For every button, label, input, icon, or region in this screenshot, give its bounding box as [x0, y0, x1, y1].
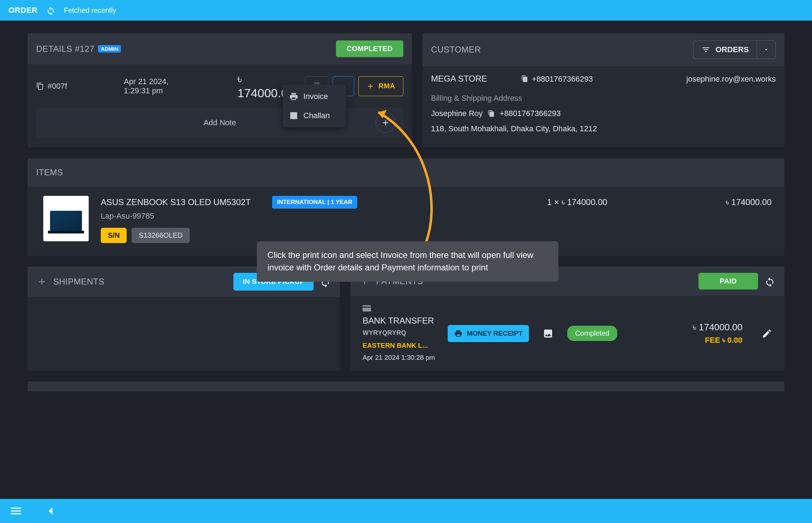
sn-label-chip[interactable]: S/N — [101, 228, 127, 243]
plus-icon — [381, 118, 390, 127]
payment-method: BANK TRANSFER — [363, 316, 435, 326]
customer-email[interactable]: josephine.roy@xen.works — [686, 73, 776, 85]
filter-icon — [701, 45, 711, 54]
back-icon[interactable] — [44, 504, 57, 518]
address-label: Billing & Shipping Address — [431, 92, 776, 104]
menu-item-challan-label: Challan — [303, 111, 330, 120]
bottom-bar — [0, 499, 812, 523]
payment-timestamp: Apr 21 2024 1:30:28 pm — [363, 354, 435, 362]
copy-icon[interactable] — [488, 110, 495, 117]
copy-icon — [521, 75, 528, 82]
payment-bank: EASTERN BANK L... — [363, 342, 435, 349]
customer-phone-text: +8801767366293 — [532, 73, 593, 85]
print-icon — [289, 92, 298, 101]
menu-item-invoice-label: Invoice — [303, 92, 328, 101]
add-note-button[interactable] — [376, 113, 396, 133]
payment-amount: ৳ 174000.00 — [693, 322, 742, 333]
menu-item-challan[interactable]: Challan — [283, 106, 346, 125]
print-icon — [454, 329, 463, 338]
warranty-chip: INTERNATIONAL | 1 YEAR — [272, 196, 358, 209]
money-receipt-label: MONEY RECEIPT — [467, 330, 523, 337]
admin-badge: ADMIN — [98, 45, 121, 53]
item-line-total: ৳ 174000.00 — [726, 196, 772, 207]
rma-button[interactable]: RMA — [358, 76, 403, 96]
menu-icon[interactable] — [9, 504, 23, 518]
payment-txn: WYRYQRYRQ — [363, 329, 435, 337]
shipments-panel: SHIPMENTS IN STORE PICKUP — [28, 266, 340, 371]
svg-rect-0 — [363, 305, 371, 312]
order-id[interactable]: #007f — [36, 82, 67, 91]
payment-status-chip: Completed — [567, 326, 617, 341]
plus-icon[interactable] — [37, 277, 47, 287]
paid-button[interactable]: PAID — [698, 273, 758, 290]
payments-panel: PAYMENTS PAID BANK TRANSFER WYRYQRYRQ EA… — [350, 266, 784, 371]
caret-down-icon — [763, 46, 769, 53]
image-icon[interactable] — [542, 328, 554, 339]
items-title: ITEMS — [36, 167, 63, 177]
status-completed-button[interactable]: COMPLETED — [336, 40, 403, 57]
customer-name: Josephine Roy — [431, 108, 483, 119]
shipments-title: SHIPMENTS — [53, 277, 105, 287]
document-icon — [289, 111, 298, 120]
add-note-row: Add Note — [36, 108, 403, 138]
sn-chip: S13266OLED — [132, 228, 189, 243]
details-title: DETAILS #127 — [36, 44, 94, 54]
payment-fee: FEE ৳ 0.00 — [693, 336, 742, 345]
add-note-label: Add Note — [36, 118, 403, 127]
customer-phone-2: +8801767366293 — [500, 108, 561, 119]
orders-dropdown-toggle[interactable] — [757, 40, 776, 59]
details-card: DETAILS #127 ADMIN COMPLETED #007f Apr 2… — [28, 33, 412, 148]
customer-card: CUSTOMER ORDERS MEGA STORE +880 — [422, 33, 784, 148]
item-name: ASUS ZENBOOK S13 OLED UM5302T — [101, 197, 251, 207]
rma-label: RMA — [379, 82, 395, 90]
orders-button[interactable]: ORDERS — [693, 40, 757, 59]
item-sku: Lap-Asu-99785 — [101, 211, 357, 221]
fetch-status: Fetched recently — [64, 6, 116, 15]
annotation-tooltip: Click the print icon and select Invoice … — [257, 241, 558, 282]
card-icon — [363, 305, 371, 312]
refresh-icon[interactable] — [46, 6, 55, 15]
page-title: ORDER — [9, 6, 38, 15]
top-bar: ORDER Fetched recently — [0, 0, 812, 21]
item-qty-price: 1 × ৳ 174000.00 — [547, 196, 607, 207]
plus-icon — [366, 82, 374, 90]
order-id-text: #007f — [48, 82, 67, 91]
order-timestamp: Apr 21 2024, 1:29:31 pm — [124, 77, 191, 95]
svg-rect-1 — [363, 307, 371, 308]
customer-address: 118, South Mohakhali, Dhaka City, Dhaka,… — [431, 123, 776, 134]
customer-title: CUSTOMER — [431, 45, 481, 55]
copy-icon — [36, 82, 44, 90]
print-menu: Invoice Challan — [283, 85, 346, 127]
money-receipt-button[interactable]: MONEY RECEIPT — [448, 325, 529, 342]
customer-phone[interactable]: +8801767366293 — [521, 73, 593, 85]
customer-store: MEGA STORE — [431, 72, 487, 85]
sync-icon[interactable] — [764, 276, 775, 287]
item-image — [43, 196, 89, 241]
menu-item-invoice[interactable]: Invoice — [283, 87, 346, 106]
edit-icon[interactable] — [762, 328, 772, 339]
orders-label: ORDERS — [716, 45, 749, 54]
blank-panel — [28, 381, 784, 391]
